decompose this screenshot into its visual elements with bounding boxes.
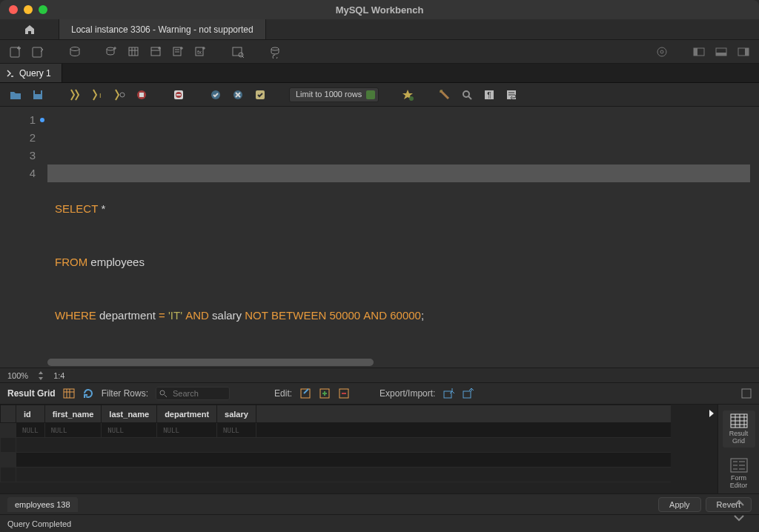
svg-rect-0	[10, 47, 19, 57]
cursor-position: 1:4	[53, 371, 64, 380]
svg-rect-43	[742, 389, 751, 398]
result-toolbar: Result Grid Filter Rows: Edit: Export/Im…	[0, 382, 759, 405]
create-table-icon[interactable]	[126, 44, 142, 60]
svg-text:¶: ¶	[488, 91, 491, 99]
search-table-icon[interactable]	[230, 44, 246, 60]
query-tab[interactable]: Query 1	[0, 64, 62, 82]
query-tab-label: Query 1	[19, 68, 51, 79]
svg-point-11	[271, 47, 279, 50]
svg-rect-5	[151, 47, 160, 56]
filter-rows-label: Filter Rows:	[102, 388, 148, 399]
create-procedure-icon[interactable]	[170, 44, 187, 60]
server-status-icon[interactable]	[67, 44, 83, 60]
execute-current-icon[interactable]: I	[89, 87, 105, 103]
autocommit-icon[interactable]	[252, 87, 268, 103]
grid-options-icon[interactable]	[63, 388, 75, 399]
settings-icon[interactable]	[654, 44, 670, 60]
open-sql-icon[interactable]	[30, 44, 46, 60]
edit-row-icon[interactable]	[299, 388, 311, 399]
limit-rows-select[interactable]: Limit to 1000 rows	[289, 87, 379, 102]
revert-button[interactable]: Revert	[706, 497, 752, 512]
result-side-panel: Result Grid Form Editor	[717, 405, 759, 493]
svg-rect-9	[233, 47, 242, 56]
result-area: id first_name last_name department salar…	[0, 405, 759, 493]
svg-point-3	[107, 47, 114, 50]
create-schema-icon[interactable]	[104, 44, 120, 60]
beautify-icon[interactable]	[437, 87, 453, 103]
reconnect-icon[interactable]	[267, 44, 283, 60]
panel-bottom-icon[interactable]	[713, 44, 729, 60]
svg-rect-21	[35, 90, 41, 94]
export-import-label: Export/Import:	[380, 388, 435, 399]
svg-rect-1	[33, 47, 42, 57]
home-icon	[24, 24, 36, 36]
scroll-down-icon[interactable]	[733, 514, 745, 522]
result-grid-view-button[interactable]: Result Grid	[723, 410, 755, 448]
table-row[interactable]: NULLNULLNULLNULLNULL	[1, 423, 672, 438]
table-row[interactable]	[1, 453, 672, 468]
column-header[interactable]: department	[157, 405, 217, 423]
rollback-icon[interactable]	[230, 87, 246, 103]
scroll-up-icon[interactable]	[733, 499, 745, 507]
wrap-cell-icon[interactable]	[741, 388, 752, 399]
export-icon[interactable]	[443, 388, 454, 399]
expand-arrow-icon[interactable]	[707, 405, 716, 422]
svg-text:I: I	[99, 92, 102, 99]
svg-rect-17	[716, 53, 726, 56]
form-editor-view-button[interactable]: Form Editor	[723, 455, 755, 492]
script-icon	[6, 69, 15, 78]
main-toolbar: fx	[0, 40, 759, 64]
refresh-icon[interactable]	[82, 388, 94, 399]
column-header[interactable]: last_name	[102, 405, 157, 423]
connection-tab[interactable]: Local instance 3306 - Warning - not supp…	[59, 19, 266, 39]
app-title: MySQL Workbench	[0, 4, 759, 16]
svg-point-13	[660, 50, 663, 53]
invisible-chars-icon[interactable]: ¶	[481, 87, 497, 103]
query-tab-bar: Query 1	[0, 64, 759, 83]
table-header-row: id first_name last_name department salar…	[1, 405, 672, 423]
svg-point-12	[657, 47, 666, 56]
open-file-icon[interactable]	[7, 87, 24, 103]
import-icon[interactable]	[462, 388, 474, 399]
table-row[interactable]	[1, 438, 672, 453]
svg-point-23	[120, 93, 125, 97]
query-toolbar: I Limit to 1000 rows ¶	[0, 83, 759, 107]
add-row-icon[interactable]	[319, 388, 331, 399]
find-icon[interactable]	[459, 87, 475, 103]
delete-row-icon[interactable]	[338, 388, 350, 399]
svg-point-31	[409, 96, 414, 101]
svg-rect-36	[64, 389, 74, 398]
panel-left-icon[interactable]	[691, 44, 707, 60]
editor-status-bar: 100% 1:4	[0, 368, 759, 382]
suppress-icon[interactable]	[170, 87, 187, 103]
apply-button[interactable]: Apply	[658, 497, 701, 512]
stop-icon[interactable]	[133, 87, 150, 103]
create-view-icon[interactable]	[148, 44, 165, 60]
wrap-icon[interactable]	[503, 87, 520, 103]
zoom-updown-icon[interactable]	[37, 370, 44, 381]
status-footer: Query Completed	[0, 514, 759, 532]
column-header[interactable]: first_name	[44, 405, 102, 423]
result-grid[interactable]: id first_name last_name department salar…	[0, 405, 717, 493]
result-tab[interactable]: employees 138	[7, 497, 78, 512]
result-grid-label: Result Grid	[7, 388, 56, 399]
zoom-level[interactable]: 100%	[7, 371, 28, 380]
save-file-icon[interactable]	[30, 87, 46, 103]
commit-icon[interactable]	[208, 87, 224, 103]
panel-right-icon[interactable]	[735, 44, 752, 60]
table-row[interactable]	[1, 468, 672, 482]
create-function-icon[interactable]: fx	[193, 44, 209, 60]
explain-icon[interactable]	[111, 87, 127, 103]
column-header[interactable]: id	[16, 405, 45, 423]
search-icon	[159, 389, 168, 398]
new-sql-tab-icon[interactable]	[7, 44, 24, 60]
column-header[interactable]: salary	[217, 405, 256, 423]
form-icon	[730, 458, 748, 473]
svg-rect-25	[139, 93, 144, 97]
code-area[interactable]: SELECT * FROM employees WHERE department…	[47, 107, 759, 368]
sql-editor[interactable]: 1 2 3 4 SELECT * FROM employees WHERE de…	[0, 107, 759, 368]
execute-icon[interactable]	[67, 87, 83, 103]
favorite-icon[interactable]	[400, 87, 416, 103]
svg-rect-42	[463, 391, 471, 398]
home-tab[interactable]	[0, 19, 59, 39]
